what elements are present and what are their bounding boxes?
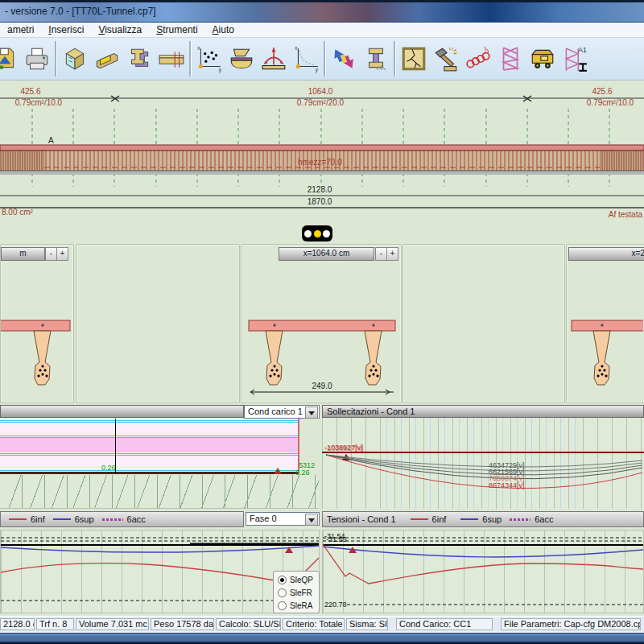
hammer-spark-icon[interactable]	[430, 41, 462, 76]
status-criterio: Criterio: Totale	[283, 618, 345, 630]
radio-sleqp[interactable]: SleQP	[274, 573, 319, 586]
load-condition-dropdown[interactable]: Cond carico 1	[244, 405, 320, 419]
sollecitazioni-panel: Sollecitazioni - Cond 1 -1038927[v] -103…	[322, 405, 644, 509]
menu-item-aiuto[interactable]: Aiuto	[205, 23, 242, 37]
cracked-panel-icon[interactable]	[398, 41, 430, 76]
radio-slera[interactable]: SleRA	[274, 599, 319, 612]
sigma-sup-label: 6sup	[75, 514, 94, 524]
sollecitazioni-titlebar: Sollecitazioni - Cond 1	[322, 405, 644, 418]
section-panel-5: x=2	[566, 244, 644, 403]
tensioni-title: Tensioni - Cond 1	[327, 514, 396, 524]
status-length: 2128.0 cm	[0, 618, 35, 630]
section-panel-3-minus-button[interactable]: -	[375, 247, 387, 261]
section-bowl-icon[interactable]	[225, 41, 258, 76]
sigma-acc-dots-sample	[510, 518, 530, 521]
dim-total: 2128.0	[308, 185, 332, 194]
chevron-down-icon[interactable]	[305, 407, 318, 419]
truss-ibeam-icon[interactable]: A1	[559, 41, 591, 76]
section-dim-label: 249.0	[312, 382, 332, 390]
radio-icon	[278, 588, 287, 597]
section-panel-3: x=1064.0 cm - + 249.0	[241, 244, 402, 403]
print-icon[interactable]	[21, 41, 53, 76]
svg-text:-1038927[v]: -1038927[v]	[325, 444, 364, 452]
scatter-plot-icon[interactable]: xy	[193, 41, 225, 76]
menu-item-visualizza[interactable]: Visualizza	[91, 23, 149, 37]
sollecitazioni-title: Sollecitazioni - Cond 1	[327, 407, 415, 416]
dim-left-length: 425.6	[20, 87, 40, 96]
decay-curve-icon[interactable]: xy	[290, 41, 322, 76]
menu-item-strumenti[interactable]: Strumenti	[149, 23, 204, 37]
radio-slefr[interactable]: SleFR	[274, 586, 319, 599]
elevation-view: 425.6 0.79cm²/10.0 1064.0 0.79cm²/20.0 4…	[0, 80, 644, 244]
section-panel-1-plus-button[interactable]: +	[56, 247, 68, 261]
plan-panel: Cond carico 1 0.26 5312 6.26	[0, 405, 320, 509]
arch-arrow-icon[interactable]	[258, 41, 290, 76]
window-bottom-border	[0, 631, 644, 644]
toolbar-separator	[394, 41, 396, 76]
section-panel-3-plus-button[interactable]: +	[386, 247, 398, 261]
chevron-down-icon[interactable]	[305, 514, 318, 526]
solid-cube-icon[interactable]	[59, 41, 91, 76]
stress-chart-left: SleQP SleFR SleRA	[0, 530, 320, 613]
menu-item-inserisci[interactable]: Inserisci	[41, 23, 91, 37]
status-trf: Trf n. 8	[36, 618, 74, 630]
sigma-sup-line-sample	[460, 518, 478, 520]
traffic-light-indicator[interactable]	[302, 225, 332, 242]
sigma-sup-label: 6sup	[482, 514, 502, 524]
radio-icon	[278, 601, 287, 610]
svg-text:A1: A1	[578, 46, 587, 54]
beam-cut-icon[interactable]	[155, 41, 188, 76]
status-peso: Peso 17578 daN	[151, 618, 214, 630]
hmezz-label: hmezz=70.0	[298, 158, 342, 167]
status-volume: Volume 7.031 mc	[76, 618, 149, 630]
toolbar-separator	[324, 41, 326, 76]
section-panel-1-minus-button[interactable]: -	[45, 247, 57, 261]
truss-icon[interactable]	[494, 41, 526, 76]
dim-right-spec: 0.79cm²/10.0	[587, 98, 634, 107]
plan-hatch-zone	[0, 475, 319, 509]
sigma-sup-line-sample	[53, 518, 71, 520]
toolbar: xy xy A1	[0, 38, 644, 80]
menu-item-parametri[interactable]: ametri	[0, 23, 41, 37]
stress-legend-left: 6inf 6sup 6acc	[0, 511, 244, 527]
spring-icon[interactable]	[462, 41, 494, 76]
beam-solid-icon[interactable]	[91, 41, 123, 76]
section-panel-3-header[interactable]: x=1064.0 cm	[279, 247, 374, 261]
section-panel-1: m - +	[0, 244, 74, 403]
plan-panel-titlebar	[0, 405, 244, 418]
svg-text:x: x	[295, 45, 298, 51]
moment-stack-value: 8674344[v]	[489, 481, 525, 489]
load-condition-value: Cond carico 1	[248, 407, 303, 416]
dim-mid-spec: 0.79cm²/20.0	[297, 98, 345, 107]
truck-icon[interactable]	[526, 41, 559, 76]
dim-mid-length: 1064.0	[308, 87, 333, 96]
fase-value: Fase 0	[250, 514, 277, 523]
application-window: - versione 7.0 - [TT70L-Tunnel.cp7] amet…	[0, 0, 644, 644]
save-icon[interactable]	[0, 41, 21, 76]
section-panel-5-header[interactable]: x=2	[568, 247, 644, 261]
tension-top-value2: -31.55	[326, 535, 347, 543]
traffic-lamp-middle	[314, 230, 321, 237]
title-bar[interactable]: - versione 7.0 - [TT70L-Tunnel.cp7]	[0, 2, 644, 23]
traffic-lamp-left	[304, 230, 312, 237]
stress-chart-right: -31.54 -31.55 220.78	[322, 530, 644, 613]
cross-section-drawing	[567, 316, 643, 396]
label-a: A	[48, 136, 54, 145]
sigma-inf-line-sample	[411, 518, 428, 520]
svg-text:y: y	[316, 67, 319, 73]
cross-section-drawing	[1, 316, 72, 396]
radio-icon	[278, 576, 287, 584]
status-bar: 2128.0 cm Trf n. 8 Volume 7.031 mc Peso …	[0, 616, 644, 632]
flip-arrows-icon[interactable]	[328, 41, 360, 76]
dim-span: 1870.0	[308, 197, 332, 206]
traffic-lamp-right	[323, 230, 330, 237]
sigma-inf-label: 6inf	[31, 514, 45, 524]
sigma-inf-line-sample	[9, 518, 27, 520]
section-panel-1-header[interactable]: m	[1, 247, 45, 261]
tensioni-legend-bar: Tensioni - Cond 1 6inf 6sup 6acc	[322, 511, 644, 527]
ibeam-3d-icon[interactable]	[123, 41, 155, 76]
sigma-acc-label: 6acc	[535, 514, 553, 524]
fase-dropdown[interactable]: Fase 0	[246, 512, 320, 526]
ibeam-arrows-icon[interactable]	[360, 41, 392, 76]
status-sisma: Sisma: SI	[346, 618, 388, 630]
